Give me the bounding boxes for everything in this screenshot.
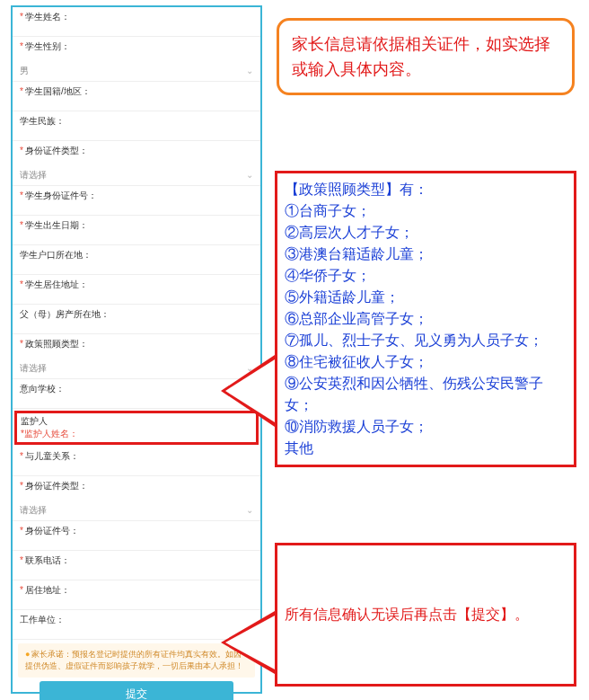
label: 意向学校：	[20, 384, 65, 394]
policy-item: ④华侨子女；	[285, 265, 567, 287]
field-student-hukou[interactable]: 学生户口所在地：	[13, 245, 260, 275]
field-student-name[interactable]: *学生姓名：	[13, 7, 260, 37]
field-student-gender[interactable]: 男 ⌄	[13, 62, 260, 82]
policy-item: ②高层次人才子女；	[285, 222, 567, 244]
placeholder: 请选择	[20, 504, 47, 517]
warning-icon: ●	[25, 650, 30, 659]
field-student-id-number[interactable]: *学生身份证件号：	[13, 186, 260, 216]
submit-button[interactable]: 提交	[40, 681, 233, 700]
placeholder: 请选择	[20, 169, 47, 182]
field-guardian-address[interactable]: *居住地址：	[13, 580, 260, 610]
label: 学生出生日期：	[25, 220, 88, 230]
label: 联系电话：	[25, 555, 70, 565]
field-phone[interactable]: *联系电话：	[13, 551, 260, 580]
callout-parent-info-text: 家长信息请依据相关证件，如实选择或输入具体内容。	[292, 35, 550, 78]
disclaimer-text: 家长承诺：预报名登记时提供的所有证件均真实有效。如因提供伪造、虚假证件而影响孩子…	[25, 650, 243, 670]
policy-item: ⑨公安英烈和因公牺牲、伤残公安民警子女；	[285, 373, 567, 416]
callout-parent-info: 家长信息请依据相关证件，如实选择或输入具体内容。	[277, 18, 575, 95]
phone-form-frame: *学生姓名： *学生性别： 男 ⌄ *学生国籍/地区： 学生民族： *身份证件类…	[11, 5, 262, 694]
policy-item: 其他	[285, 438, 567, 459]
label: 学生居住地址：	[25, 279, 88, 289]
field-id-type-label: *身份证件类型：	[13, 141, 260, 166]
label: 身份证件号：	[25, 526, 79, 536]
policy-header: 【政策照顾类型】有：	[285, 179, 567, 200]
field-student-gender-label: *学生性别：	[13, 37, 260, 62]
policy-item: ⑦孤儿、烈士子女、见义勇为人员子女；	[285, 330, 567, 351]
policy-item: ⑩消防救援人员子女；	[285, 416, 567, 438]
guardian-name-label: *监护人姓名：	[21, 428, 252, 440]
field-relation[interactable]: *与儿童关系：	[13, 447, 260, 476]
guardian-section-title: 监护人	[21, 415, 252, 428]
field-guardian-id-type[interactable]: 请选择 ⌄	[13, 501, 260, 521]
field-student-birthdate[interactable]: *学生出生日期：	[13, 216, 260, 245]
arrow-pointer-icon	[221, 611, 275, 674]
label: 学生民族：	[20, 116, 65, 126]
submit-label: 提交	[126, 687, 147, 700]
policy-item: ⑧住宅被征收人子女；	[285, 351, 567, 373]
callout-submit-text: 所有信息确认无误后再点击【提交】。	[285, 606, 529, 625]
field-student-nationality[interactable]: *学生国籍/地区：	[13, 82, 260, 111]
chevron-down-icon: ⌄	[246, 66, 253, 75]
selected-value: 男	[20, 65, 29, 77]
label: 身份证件类型：	[25, 481, 88, 491]
label: 学生姓名：	[25, 12, 70, 22]
policy-item: ⑥总部企业高管子女；	[285, 308, 567, 330]
chevron-down-icon: ⌄	[246, 170, 253, 180]
label: 学生性别：	[25, 41, 70, 51]
label: 学生国籍/地区：	[25, 86, 91, 96]
policy-item: ③港澳台籍适龄儿童；	[285, 244, 567, 265]
callout-submit-confirm: 所有信息确认无误后再点击【提交】。	[275, 543, 576, 687]
field-student-address[interactable]: *学生居住地址：	[13, 275, 260, 305]
label: 工作单位：	[20, 615, 65, 625]
label: 居住地址：	[25, 585, 70, 595]
label: 政策照顾类型：	[25, 339, 88, 349]
label: 身份证件类型：	[25, 146, 88, 155]
policy-item: ①台商子女；	[285, 200, 567, 222]
label: 父（母）房产所在地：	[20, 309, 110, 319]
arrow-pointer-icon	[221, 355, 275, 427]
field-guardian-id-type-label: *身份证件类型：	[13, 476, 260, 501]
label: 学生户口所在地：	[20, 250, 92, 260]
disclaimer-banner: ●家长承诺：预报名登记时提供的所有证件均真实有效。如因提供伪造、虚假证件而影响孩…	[18, 643, 255, 678]
field-guardian-id-number[interactable]: *身份证件号：	[13, 521, 260, 551]
policy-item: ⑤外籍适龄儿童；	[285, 287, 567, 308]
label: 与儿童关系：	[25, 451, 79, 461]
field-parent-property[interactable]: 父（母）房产所在地：	[13, 305, 260, 334]
callout-policy-types: 【政策照顾类型】有： ①台商子女； ②高层次人才子女； ③港澳台籍适龄儿童； ④…	[275, 171, 576, 467]
label: 学生身份证件号：	[25, 191, 97, 200]
field-id-type[interactable]: 请选择 ⌄	[13, 166, 260, 186]
field-student-ethnicity[interactable]: 学生民族：	[13, 111, 260, 141]
placeholder: 请选择	[20, 362, 47, 375]
chevron-down-icon: ⌄	[246, 505, 253, 515]
